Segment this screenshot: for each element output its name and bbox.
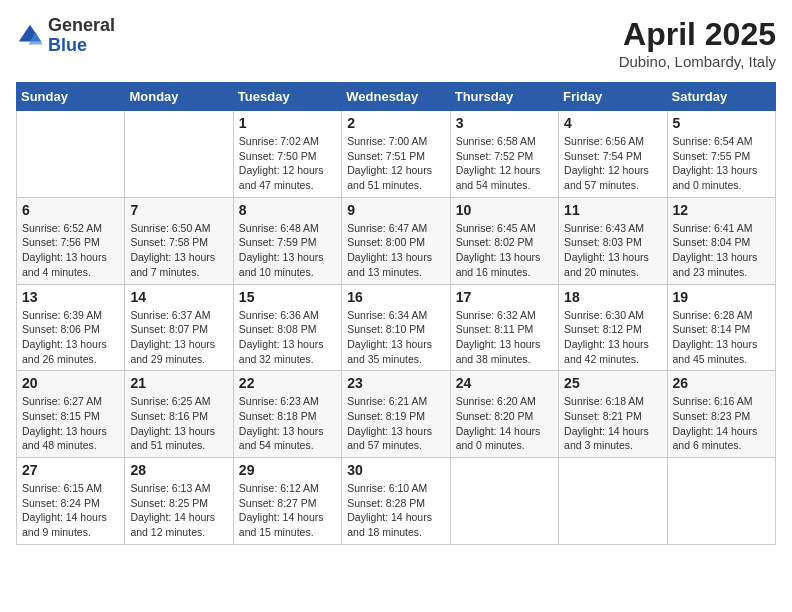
day-info: Sunrise: 6:16 AM Sunset: 8:23 PM Dayligh… (673, 394, 770, 453)
day-info: Sunrise: 6:15 AM Sunset: 8:24 PM Dayligh… (22, 481, 119, 540)
calendar-table: SundayMondayTuesdayWednesdayThursdayFrid… (16, 82, 776, 545)
calendar-week-5: 27Sunrise: 6:15 AM Sunset: 8:24 PM Dayli… (17, 458, 776, 545)
day-number: 19 (673, 289, 770, 305)
calendar-week-4: 20Sunrise: 6:27 AM Sunset: 8:15 PM Dayli… (17, 371, 776, 458)
day-number: 17 (456, 289, 553, 305)
calendar-cell: 7Sunrise: 6:50 AM Sunset: 7:58 PM Daylig… (125, 197, 233, 284)
day-header-tuesday: Tuesday (233, 83, 341, 111)
day-info: Sunrise: 6:45 AM Sunset: 8:02 PM Dayligh… (456, 221, 553, 280)
location: Dubino, Lombardy, Italy (619, 53, 776, 70)
day-header-monday: Monday (125, 83, 233, 111)
calendar-cell: 17Sunrise: 6:32 AM Sunset: 8:11 PM Dayli… (450, 284, 558, 371)
day-number: 14 (130, 289, 227, 305)
day-number: 24 (456, 375, 553, 391)
calendar-cell: 28Sunrise: 6:13 AM Sunset: 8:25 PM Dayli… (125, 458, 233, 545)
day-number: 29 (239, 462, 336, 478)
day-number: 10 (456, 202, 553, 218)
calendar-cell: 24Sunrise: 6:20 AM Sunset: 8:20 PM Dayli… (450, 371, 558, 458)
day-header-thursday: Thursday (450, 83, 558, 111)
day-header-saturday: Saturday (667, 83, 775, 111)
calendar-cell: 9Sunrise: 6:47 AM Sunset: 8:00 PM Daylig… (342, 197, 450, 284)
calendar-cell (17, 111, 125, 198)
day-info: Sunrise: 6:58 AM Sunset: 7:52 PM Dayligh… (456, 134, 553, 193)
day-number: 26 (673, 375, 770, 391)
day-number: 25 (564, 375, 661, 391)
calendar-cell: 13Sunrise: 6:39 AM Sunset: 8:06 PM Dayli… (17, 284, 125, 371)
calendar-cell: 20Sunrise: 6:27 AM Sunset: 8:15 PM Dayli… (17, 371, 125, 458)
title-area: April 2025 Dubino, Lombardy, Italy (619, 16, 776, 70)
logo-icon (16, 22, 44, 50)
day-number: 30 (347, 462, 444, 478)
month-title: April 2025 (619, 16, 776, 53)
calendar-header-row: SundayMondayTuesdayWednesdayThursdayFrid… (17, 83, 776, 111)
day-info: Sunrise: 6:54 AM Sunset: 7:55 PM Dayligh… (673, 134, 770, 193)
day-info: Sunrise: 6:28 AM Sunset: 8:14 PM Dayligh… (673, 308, 770, 367)
day-info: Sunrise: 6:41 AM Sunset: 8:04 PM Dayligh… (673, 221, 770, 280)
day-header-wednesday: Wednesday (342, 83, 450, 111)
calendar-cell: 3Sunrise: 6:58 AM Sunset: 7:52 PM Daylig… (450, 111, 558, 198)
day-info: Sunrise: 6:12 AM Sunset: 8:27 PM Dayligh… (239, 481, 336, 540)
day-number: 1 (239, 115, 336, 131)
calendar-cell (125, 111, 233, 198)
day-info: Sunrise: 6:18 AM Sunset: 8:21 PM Dayligh… (564, 394, 661, 453)
day-info: Sunrise: 6:48 AM Sunset: 7:59 PM Dayligh… (239, 221, 336, 280)
day-info: Sunrise: 6:20 AM Sunset: 8:20 PM Dayligh… (456, 394, 553, 453)
day-info: Sunrise: 6:50 AM Sunset: 7:58 PM Dayligh… (130, 221, 227, 280)
calendar-cell: 26Sunrise: 6:16 AM Sunset: 8:23 PM Dayli… (667, 371, 775, 458)
day-info: Sunrise: 7:00 AM Sunset: 7:51 PM Dayligh… (347, 134, 444, 193)
day-number: 16 (347, 289, 444, 305)
calendar-cell: 30Sunrise: 6:10 AM Sunset: 8:28 PM Dayli… (342, 458, 450, 545)
day-number: 28 (130, 462, 227, 478)
day-number: 23 (347, 375, 444, 391)
logo-general: General (48, 16, 115, 36)
logo-blue: Blue (48, 36, 115, 56)
calendar-week-1: 1Sunrise: 7:02 AM Sunset: 7:50 PM Daylig… (17, 111, 776, 198)
day-number: 6 (22, 202, 119, 218)
calendar-cell (667, 458, 775, 545)
day-info: Sunrise: 6:39 AM Sunset: 8:06 PM Dayligh… (22, 308, 119, 367)
day-number: 2 (347, 115, 444, 131)
day-info: Sunrise: 6:27 AM Sunset: 8:15 PM Dayligh… (22, 394, 119, 453)
calendar-cell: 15Sunrise: 6:36 AM Sunset: 8:08 PM Dayli… (233, 284, 341, 371)
calendar-cell: 19Sunrise: 6:28 AM Sunset: 8:14 PM Dayli… (667, 284, 775, 371)
calendar-cell: 6Sunrise: 6:52 AM Sunset: 7:56 PM Daylig… (17, 197, 125, 284)
day-info: Sunrise: 6:21 AM Sunset: 8:19 PM Dayligh… (347, 394, 444, 453)
calendar-week-3: 13Sunrise: 6:39 AM Sunset: 8:06 PM Dayli… (17, 284, 776, 371)
calendar-cell: 23Sunrise: 6:21 AM Sunset: 8:19 PM Dayli… (342, 371, 450, 458)
calendar-cell: 27Sunrise: 6:15 AM Sunset: 8:24 PM Dayli… (17, 458, 125, 545)
day-info: Sunrise: 6:13 AM Sunset: 8:25 PM Dayligh… (130, 481, 227, 540)
page-header: General Blue April 2025 Dubino, Lombardy… (16, 16, 776, 70)
calendar-cell: 18Sunrise: 6:30 AM Sunset: 8:12 PM Dayli… (559, 284, 667, 371)
day-number: 8 (239, 202, 336, 218)
day-number: 18 (564, 289, 661, 305)
day-info: Sunrise: 6:36 AM Sunset: 8:08 PM Dayligh… (239, 308, 336, 367)
calendar-cell: 16Sunrise: 6:34 AM Sunset: 8:10 PM Dayli… (342, 284, 450, 371)
calendar-cell: 8Sunrise: 6:48 AM Sunset: 7:59 PM Daylig… (233, 197, 341, 284)
day-info: Sunrise: 6:43 AM Sunset: 8:03 PM Dayligh… (564, 221, 661, 280)
day-info: Sunrise: 6:37 AM Sunset: 8:07 PM Dayligh… (130, 308, 227, 367)
day-number: 21 (130, 375, 227, 391)
day-number: 27 (22, 462, 119, 478)
day-info: Sunrise: 6:10 AM Sunset: 8:28 PM Dayligh… (347, 481, 444, 540)
day-info: Sunrise: 7:02 AM Sunset: 7:50 PM Dayligh… (239, 134, 336, 193)
day-info: Sunrise: 6:23 AM Sunset: 8:18 PM Dayligh… (239, 394, 336, 453)
calendar-cell: 11Sunrise: 6:43 AM Sunset: 8:03 PM Dayli… (559, 197, 667, 284)
logo: General Blue (16, 16, 115, 56)
day-header-friday: Friday (559, 83, 667, 111)
day-number: 7 (130, 202, 227, 218)
day-info: Sunrise: 6:52 AM Sunset: 7:56 PM Dayligh… (22, 221, 119, 280)
day-number: 11 (564, 202, 661, 218)
calendar-cell: 1Sunrise: 7:02 AM Sunset: 7:50 PM Daylig… (233, 111, 341, 198)
day-info: Sunrise: 6:47 AM Sunset: 8:00 PM Dayligh… (347, 221, 444, 280)
day-header-sunday: Sunday (17, 83, 125, 111)
calendar-cell: 2Sunrise: 7:00 AM Sunset: 7:51 PM Daylig… (342, 111, 450, 198)
calendar-cell: 21Sunrise: 6:25 AM Sunset: 8:16 PM Dayli… (125, 371, 233, 458)
day-info: Sunrise: 6:30 AM Sunset: 8:12 PM Dayligh… (564, 308, 661, 367)
day-number: 22 (239, 375, 336, 391)
day-number: 4 (564, 115, 661, 131)
calendar-cell (559, 458, 667, 545)
day-number: 13 (22, 289, 119, 305)
calendar-cell: 29Sunrise: 6:12 AM Sunset: 8:27 PM Dayli… (233, 458, 341, 545)
calendar-cell (450, 458, 558, 545)
day-number: 3 (456, 115, 553, 131)
